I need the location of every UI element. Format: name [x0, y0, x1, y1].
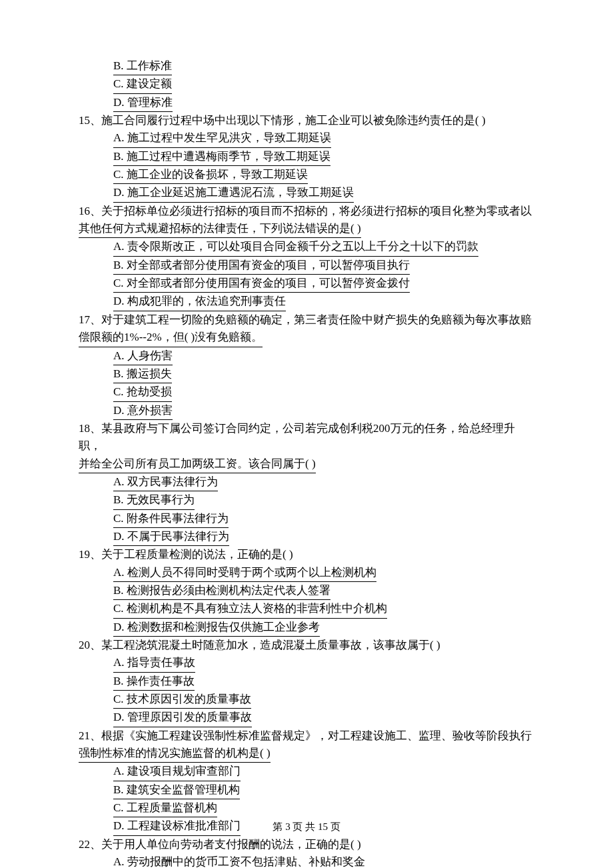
q18-option-d: D. 不属于民事法律行为 [79, 528, 534, 546]
option-text: A. 责令限斯改正，可以处项目合同金额千分之五以上千分之十以下的罚款 [113, 238, 478, 256]
option-text: B. 建筑安全监督管理机构 [113, 781, 240, 799]
q17-option-b: B. 搬运损失 [79, 365, 534, 383]
q17-option-c: C. 抢劫受损 [79, 383, 534, 401]
question-21-stem-l2: 强制性标准的情况实施监督的机构是( ) [79, 745, 534, 763]
option-text: D. 施工企业延迟施工遭遇泥石流，导致工期延误 [113, 184, 354, 202]
q16-option-d: D. 构成犯罪的，依法追究刑事责任 [79, 293, 534, 311]
q16-option-a: A. 责令限斯改正，可以处项目合同金额千分之五以上千分之十以下的罚款 [79, 238, 534, 256]
option-text: C. 工程质量监督机构 [113, 799, 217, 817]
option-text: C. 建设定额 [113, 75, 172, 93]
stem-underlined: 偿限额的1%--2%，但( )没有免赔额。 [79, 329, 263, 347]
leading-option-b: B. 工作标准 [79, 57, 534, 75]
question-21-stem-l1: 21、根据《实施工程建设强制性标准监督规定》，对工程建设施工、监理、验收等阶段执… [79, 727, 534, 745]
option-text: D. 管理标准 [113, 94, 173, 112]
q16-option-c: C. 对全部或者部分使用国有资金的项目，可以暂停资金拨付 [79, 275, 534, 293]
leading-option-d: D. 管理标准 [79, 94, 534, 112]
q19-option-d: D. 检测数据和检测报告仅供施工企业参考 [79, 619, 534, 637]
q20-option-a: A. 指导责任事故 [79, 654, 534, 672]
q19-option-c: C. 检测机构是不具有独立法人资格的非营利性中介机构 [79, 600, 534, 618]
option-text: A. 建设项目规划审查部门 [113, 763, 241, 781]
option-text: C. 附条件民事法律行为 [113, 510, 229, 528]
q15-option-c: C. 施工企业的设备损坏，导致工期延误 [79, 166, 534, 184]
option-text: A. 检测人员不得同时受聘于两个或两个以上检测机构 [113, 564, 376, 582]
option-text: B. 操作责任事故 [113, 673, 195, 691]
option-text: D. 管理原因引发的质量事故 [113, 709, 252, 727]
option-text: D. 不属于民事法律行为 [113, 528, 229, 546]
q17-option-a: A. 人身伤害 [79, 347, 534, 365]
page-number: 第 3 页 共 15 页 [273, 821, 340, 832]
q20-option-c: C. 技术原因引发的质量事故 [79, 691, 534, 709]
option-text: B. 无效民事行为 [113, 491, 195, 509]
q15-option-a: A. 施工过程中发生罕见洪灾，导致工期延误 [79, 129, 534, 147]
stem-underlined: 并给全公司所有员工加两级工资。该合同属于( ) [79, 455, 316, 473]
option-text: A. 人身伤害 [113, 347, 173, 365]
stem-underlined: 强制性标准的情况实施监督的机构是( ) [79, 745, 271, 763]
q17-option-d: D. 意外损害 [79, 402, 534, 420]
question-17-stem-l2: 偿限额的1%--2%，但( )没有免赔额。 [79, 329, 534, 347]
q21-option-b: B. 建筑安全监督管理机构 [79, 781, 534, 799]
option-text: B. 对全部或者部分使用国有资金的项目，可以暂停项目执行 [113, 257, 410, 275]
option-text: A. 施工过程中发生罕见洪灾，导致工期延误 [113, 129, 331, 147]
question-18-stem-l1: 18、某县政府与下属公司签订合同约定，公司若完成创利税200万元的任务，给总经理… [79, 420, 534, 455]
option-text: A. 劳动报酬中的货币工资不包括津贴、补贴和奖金 [113, 855, 365, 868]
q21-option-c: C. 工程质量监督机构 [79, 799, 534, 817]
leading-option-c: C. 建设定额 [79, 75, 534, 93]
option-text: B. 搬运损失 [113, 365, 172, 383]
option-text: C. 抢劫受损 [113, 383, 172, 401]
option-text: A. 指导责任事故 [113, 654, 195, 672]
q19-option-a: A. 检测人员不得同时受聘于两个或两个以上检测机构 [79, 564, 534, 582]
stem-underlined: 其他任何方式规避招标的法律责任，下列说法错误的是( ) [79, 220, 361, 238]
question-16-stem-l2: 其他任何方式规避招标的法律责任，下列说法错误的是( ) [79, 220, 534, 238]
question-15-stem: 15、施工合同履行过程中场中出现以下情形，施工企业可以被免除违约责任的是( ) [79, 112, 534, 129]
question-22-stem: 22、关于用人单位向劳动者支付报酬的说法，正确的是( ) [79, 836, 534, 853]
q18-option-a: A. 双方民事法律行为 [79, 473, 534, 491]
option-text: C. 施工企业的设备损坏，导致工期延误 [113, 166, 308, 184]
q20-option-d: D. 管理原因引发的质量事故 [79, 709, 534, 727]
q21-option-a: A. 建设项目规划审查部门 [79, 763, 534, 781]
q15-option-b: B. 施工过程中遭遇梅雨季节，导致工期延误 [79, 148, 534, 166]
question-16-stem-l1: 16、关于招标单位必须进行招标的项目而不招标的，将必须进行招标的项目化整为零或者… [79, 203, 534, 220]
question-17-stem-l1: 17、对于建筑工程一切险的免赔额的确定，第三者责任险中财产损失的免赔额为每次事故… [79, 311, 534, 329]
option-text: B. 检测报告必须由检测机构法定代表人签署 [113, 582, 330, 600]
question-18-stem-l2: 并给全公司所有员工加两级工资。该合同属于( ) [79, 455, 534, 473]
q16-option-b: B. 对全部或者部分使用国有资金的项目，可以暂停项目执行 [79, 257, 534, 275]
question-19-stem: 19、关于工程质量检测的说法，正确的是( ) [79, 546, 534, 563]
page-footer: 第 3 页 共 15 页 [0, 819, 613, 835]
option-text: B. 工作标准 [113, 57, 172, 75]
option-text: D. 构成犯罪的，依法追究刑事责任 [113, 293, 286, 311]
q19-option-b: B. 检测报告必须由检测机构法定代表人签署 [79, 582, 534, 600]
option-text: B. 施工过程中遭遇梅雨季节，导致工期延误 [113, 148, 330, 166]
option-text: D. 意外损害 [113, 402, 173, 420]
q15-option-d: D. 施工企业延迟施工遭遇泥石流，导致工期延误 [79, 184, 534, 202]
q18-option-b: B. 无效民事行为 [79, 491, 534, 509]
q20-option-b: B. 操作责任事故 [79, 673, 534, 691]
q22-option-a: A. 劳动报酬中的货币工资不包括津贴、补贴和奖金 [79, 853, 534, 868]
option-text: C. 检测机构是不具有独立法人资格的非营利性中介机构 [113, 600, 387, 618]
option-text: C. 技术原因引发的质量事故 [113, 691, 251, 709]
option-text: D. 检测数据和检测报告仅供施工企业参考 [113, 619, 320, 637]
option-text: C. 对全部或者部分使用国有资金的项目，可以暂停资金拨付 [113, 275, 410, 293]
option-text: A. 双方民事法律行为 [113, 473, 218, 491]
question-20-stem: 20、某工程浇筑混凝土时随意加水，造成混凝土质量事故，该事故属于( ) [79, 637, 534, 654]
page-content: B. 工作标准 C. 建设定额 D. 管理标准 15、施工合同履行过程中场中出现… [79, 57, 534, 868]
q18-option-c: C. 附条件民事法律行为 [79, 510, 534, 528]
